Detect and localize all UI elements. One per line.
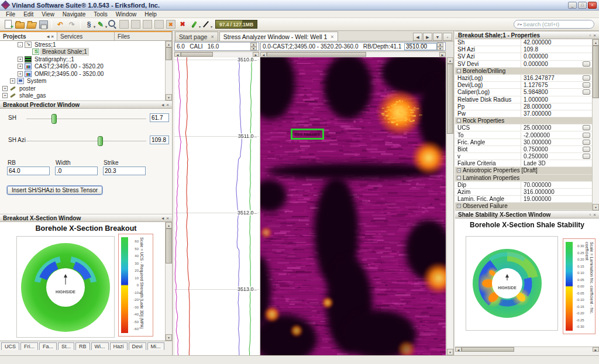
tree-expander-icon[interactable]: + xyxy=(10,78,15,84)
property-value[interactable]: 109.8 xyxy=(521,46,592,53)
rb-field[interactable] xyxy=(7,167,50,175)
scroll-tabs-right-button[interactable]: ▶ xyxy=(423,33,432,41)
section-expander-icon[interactable]: - xyxy=(457,176,461,180)
tab-list-button[interactable]: ▼ xyxy=(433,33,442,41)
property-value[interactable]: 5.984800 xyxy=(521,89,581,95)
depth-field[interactable] xyxy=(404,43,437,50)
property-row[interactable]: Lamin. Fric. Angle 19.000000 xyxy=(455,196,592,203)
close-icon[interactable]: × xyxy=(49,34,54,39)
property-value[interactable]: 0.750000 xyxy=(521,146,581,152)
property-row[interactable]: Failure Criteria Lade 3D xyxy=(455,160,592,167)
property-value[interactable]: 25.000000 xyxy=(521,124,581,131)
observed-failure-marker[interactable]: OBS.FAILURE xyxy=(291,129,324,140)
property-row[interactable]: Biot 0.750000 xyxy=(455,146,592,153)
tool-disabled-4-icon[interactable] xyxy=(153,19,165,30)
property-row[interactable]: SV Devi 0.000000 xyxy=(455,61,592,68)
open-project-icon[interactable] xyxy=(26,19,37,30)
section-expander-icon[interactable]: - xyxy=(457,69,461,73)
menu-item[interactable]: Tools xyxy=(89,11,111,18)
minimize-button[interactable]: _ xyxy=(568,2,577,9)
scroll-right-icon[interactable]: ▶ xyxy=(253,52,259,57)
pin-icon[interactable]: ◂ xyxy=(45,34,49,39)
save-icon[interactable] xyxy=(37,19,49,30)
refresh-stop-icon[interactable] xyxy=(165,19,177,30)
restore-button[interactable]: □ xyxy=(578,2,587,9)
xsection-tab[interactable]: Devi xyxy=(129,342,146,350)
scroll-down-icon[interactable]: ▼ xyxy=(447,349,453,355)
scroll-left-icon[interactable]: ◀ xyxy=(260,52,267,57)
tree-item-poster[interactable]: + poster xyxy=(0,85,172,92)
tool-disabled-3-icon[interactable] xyxy=(142,19,153,30)
property-row[interactable]: UCS 25.000000 xyxy=(455,124,592,131)
title-bar[interactable]: Vinland Software Suite® 1.0.543 - Eriksf… xyxy=(0,0,599,11)
cali-log-track[interactable]: 3510.03511.03512.03513.0 xyxy=(174,57,259,355)
property-value[interactable]: 19.000000 xyxy=(521,196,592,202)
property-edit-button[interactable] xyxy=(583,154,590,159)
tree-expander-icon[interactable]: + xyxy=(18,64,23,69)
xsection-tab[interactable]: St... xyxy=(58,342,74,350)
scroll-right-icon[interactable]: ▶ xyxy=(439,52,446,57)
close-tab-icon[interactable]: × xyxy=(331,34,333,40)
property-value[interactable]: 1.000000 xyxy=(521,96,592,103)
shazi-slider-thumb[interactable] xyxy=(98,136,103,146)
sh-slider-thumb[interactable] xyxy=(51,114,57,124)
shale-hscrollbar[interactable]: ◀ ▶ xyxy=(455,346,599,352)
property-edit-button[interactable] xyxy=(583,75,590,81)
tab-files[interactable]: Files ◂ × xyxy=(115,31,172,40)
tool-disabled-2-icon[interactable] xyxy=(130,19,142,30)
property-value[interactable]: 0.250000 xyxy=(521,153,581,160)
tree-scrollbar[interactable]: ▲ ▼ xyxy=(165,41,172,100)
cali-hscrollbar[interactable]: ◀ ▶ xyxy=(174,51,259,57)
property-row[interactable]: + Observed Failure xyxy=(455,203,592,210)
shazi-slider[interactable] xyxy=(26,141,146,142)
tree-item-shale-gas[interactable]: + shale_gas xyxy=(0,92,172,100)
property-edit-button[interactable] xyxy=(583,147,590,152)
minimize-panel-icon[interactable]: ◂ xyxy=(161,102,164,108)
property-row[interactable]: Pp 28.000000 xyxy=(455,103,592,110)
restore-panel-icon[interactable]: ▫ xyxy=(589,33,591,38)
scroll-up-icon[interactable]: ▲ xyxy=(166,222,172,228)
tool-disabled-1-icon[interactable] xyxy=(118,19,130,30)
tree-expander-icon[interactable]: - xyxy=(18,42,23,47)
property-row[interactable]: SH Azi 109.8 xyxy=(455,46,592,53)
tree-expander-icon[interactable]: + xyxy=(2,86,8,91)
scroll-up-icon[interactable]: ▲ xyxy=(166,41,172,47)
close-panel-icon[interactable]: × xyxy=(166,216,169,221)
properties-scrollbar[interactable]: ▲ ▼ xyxy=(592,39,599,210)
scroll-down-icon[interactable]: ▼ xyxy=(166,94,172,100)
tree-expander-icon[interactable]: + xyxy=(2,93,8,98)
property-row[interactable]: Azim 316.000000 xyxy=(455,189,592,196)
property-edit-button[interactable] xyxy=(583,133,590,138)
property-value[interactable]: Lade 3D xyxy=(521,160,592,167)
menu-item[interactable]: Navigate xyxy=(58,11,89,18)
new-file-icon[interactable] xyxy=(2,19,14,30)
clean-brush-icon[interactable] xyxy=(188,19,200,30)
property-row[interactable]: - Lamination Properties xyxy=(455,175,592,182)
scroll-right-icon[interactable]: ▶ xyxy=(593,347,599,352)
property-row[interactable]: Devi(Log) 1.127675 xyxy=(455,82,592,89)
zoom-icon[interactable] xyxy=(106,19,118,30)
property-edit-button[interactable] xyxy=(583,89,590,95)
property-row[interactable]: SV Azi 0.000000 xyxy=(455,53,592,60)
menu-item[interactable]: View xyxy=(37,11,58,18)
scroll-tabs-left-button[interactable]: ◀ xyxy=(413,33,422,41)
depth-spinner[interactable]: ▲▼ xyxy=(437,43,443,50)
search-input[interactable] xyxy=(523,21,591,27)
property-row[interactable]: + Anisotropic Properties [Draft] xyxy=(455,167,592,174)
section-expander-icon[interactable]: + xyxy=(457,168,461,172)
cali-spinner[interactable]: ▲▼ xyxy=(250,43,257,50)
scroll-up-icon[interactable]: ▲ xyxy=(447,57,453,64)
xsection-tab[interactable]: UCS xyxy=(1,342,19,350)
borehole-image-track[interactable]: OBS.FAILURE xyxy=(260,57,446,355)
xsection-tab[interactable]: Fa... xyxy=(39,342,57,350)
image-vscrollbar[interactable]: ▲ ▼ xyxy=(446,57,453,355)
property-row[interactable]: To -2.000000 xyxy=(455,131,592,138)
tree-item-omri[interactable]: + OMRI;2;3495.00 - 3520.00 xyxy=(0,70,172,78)
restore-panel-icon[interactable]: ▫ xyxy=(589,212,591,217)
minimize-panel-icon[interactable]: ◂ xyxy=(161,216,164,221)
sh-slider[interactable] xyxy=(26,119,146,120)
xsection-tab[interactable]: Fri... xyxy=(20,342,38,350)
scroll-up-icon[interactable]: ▲ xyxy=(593,39,599,46)
property-value[interactable]: 316.000000 xyxy=(521,189,592,195)
property-row[interactable]: Caliper(Log) 5.984800 xyxy=(455,89,592,96)
